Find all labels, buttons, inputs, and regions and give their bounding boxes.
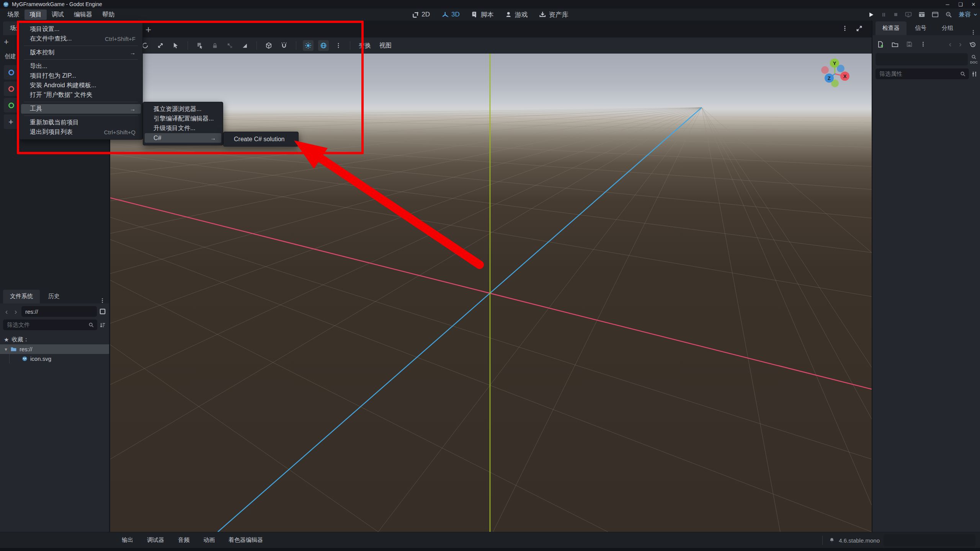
annotation-arrow <box>0 0 980 551</box>
godot-editor-window: MyGFrameworkGame - Godot Engine ─ ❑ ✕ 场景… <box>0 0 980 551</box>
